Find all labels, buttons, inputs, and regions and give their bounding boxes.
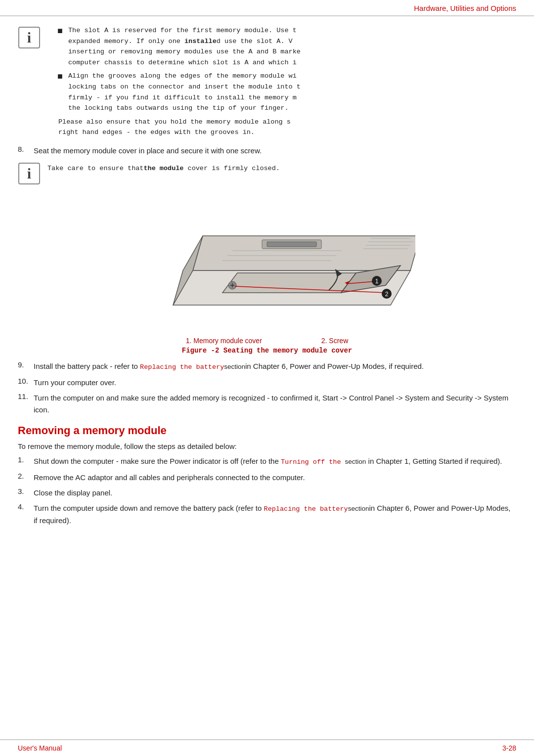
step-9-text: Install the battery pack - refer to Repl… — [34, 360, 516, 373]
info-extra-text: Please also ensure that you hold the mem… — [58, 117, 516, 138]
info-bullet-2: ■ Align the grooves along the edges of t… — [57, 71, 516, 113]
remove-step-4-text: Turn the computer upside down and remove… — [34, 502, 516, 526]
step-8-num: 8. — [18, 145, 34, 153]
header-title: Hardware, Utilities and Options — [414, 4, 516, 12]
svg-rect-23 — [267, 242, 316, 247]
figure-labels: 1. Memory module cover 2. Screw — [18, 337, 516, 345]
replacing-battery-link-2[interactable]: Replacing the batterysection — [264, 505, 369, 513]
info-icon-svg: i — [18, 27, 40, 48]
footer: User's Manual 3-28 — [0, 739, 534, 756]
info2-text: Take care to ensure thatthe module cover… — [47, 165, 280, 172]
header-bar: Hardware, Utilities and Options — [0, 0, 534, 16]
remove-step-3: 3. Close the display panel. — [18, 487, 516, 498]
remove-step-4: 4. Turn the computer upside down and rem… — [18, 502, 516, 526]
svg-marker-7 — [222, 273, 356, 293]
info-text-block-1: ■ The slot A is reserved for the first m… — [47, 25, 516, 138]
step-10-num: 10. — [18, 377, 34, 385]
step-11: 11. Turn the computer on and make sure t… — [18, 392, 516, 415]
bullet-icon-2: ■ — [57, 71, 68, 82]
info-text-block-2: Take care to ensure thatthe module cover… — [47, 161, 516, 172]
remove-step-1-text: Shut down the computer - make sure the P… — [34, 455, 516, 468]
remove-step-3-num: 3. — [18, 487, 34, 495]
laptop-diagram: 1 2 — [119, 194, 415, 332]
step-10-text: Turn your computer over. — [34, 377, 516, 388]
info-bullet-text-2: Align the grooves along the edges of the… — [68, 71, 516, 113]
turning-off-link[interactable]: Turning off the section — [281, 458, 366, 466]
section-intro: To remove the memory module, follow the … — [18, 442, 516, 450]
remove-step-2: 2. Remove the AC adaptor and all cables … — [18, 472, 516, 483]
step-9: 9. Install the battery pack - refer to R… — [18, 360, 516, 373]
step-11-num: 11. — [18, 392, 34, 400]
footer-right: 3-28 — [502, 744, 516, 752]
info-icon-svg-2: i — [18, 163, 40, 184]
remove-step-3-text: Close the display panel. — [34, 487, 516, 498]
remove-step-2-text: Remove the AC adaptor and all cables and… — [34, 472, 516, 483]
remove-step-1: 1. Shut down the computer - make sure th… — [18, 455, 516, 468]
step-11-text: Turn the computer on and make sure the a… — [34, 392, 516, 415]
figure-label-2: 2. Screw — [321, 337, 348, 345]
figure-caption: Figure -2 Seating the memory module cove… — [18, 347, 516, 355]
svg-text:2: 2 — [385, 291, 389, 298]
remove-step-1-num: 1. — [18, 455, 34, 464]
step-8: 8. Seat the memory module cover in place… — [18, 145, 516, 156]
info-bullet-text-1: The slot A is reserved for the first mem… — [68, 25, 516, 68]
svg-text:i: i — [27, 165, 31, 181]
info-bullet-1: ■ The slot A is reserved for the first m… — [57, 25, 516, 68]
svg-text:i: i — [27, 29, 31, 45]
page-container: Hardware, Utilities and Options i ■ The … — [0, 0, 534, 756]
removing-memory-heading: Removing a memory module — [18, 424, 516, 437]
step-9-num: 9. — [18, 360, 34, 369]
step-10: 10. Turn your computer over. — [18, 377, 516, 388]
info-icon-2: i — [18, 162, 41, 185]
step-8-text: Seat the memory module cover in place an… — [34, 145, 516, 156]
info-box-2: i Take care to ensure thatthe module cov… — [18, 161, 516, 185]
bullet-icon-1: ■ — [57, 25, 68, 37]
remove-step-4-num: 4. — [18, 502, 34, 511]
remove-step-2-num: 2. — [18, 472, 34, 480]
figure-area: 1 2 — [18, 194, 516, 355]
info-icon-1: i — [18, 26, 41, 49]
svg-text:1: 1 — [375, 278, 379, 285]
replacing-battery-link-1[interactable]: Replacing the batterysection — [140, 363, 245, 371]
main-content: i ■ The slot A is reserved for the first… — [0, 16, 534, 526]
figure-label-1: 1. Memory module cover — [186, 337, 262, 345]
footer-left: User's Manual — [18, 744, 62, 752]
info-box-1: i ■ The slot A is reserved for the first… — [18, 25, 516, 138]
